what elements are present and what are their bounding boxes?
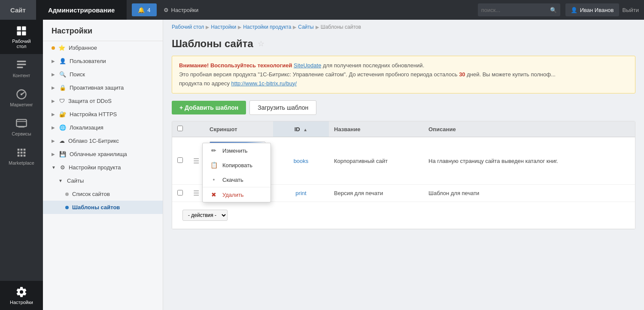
warning-body: Это пробная версия продукта "1С-Битрикс:…	[179, 71, 459, 78]
row2-desc: Шаблон для печати	[423, 185, 635, 202]
context-menu-download-label: Скачать	[222, 177, 243, 183]
main-content: Рабочий стол ▶ Настройки ▶ Настройки про…	[163, 20, 644, 310]
users-icon: 👤	[59, 58, 66, 64]
sidebar-item-users-label: Пользователи	[70, 58, 106, 64]
breadcrumb-sites[interactable]: Сайты	[298, 24, 313, 30]
breadcrumb-sep1: ▶	[206, 24, 209, 30]
select-all-checkbox[interactable]	[177, 126, 183, 131]
actions-cell: - действия -	[172, 202, 635, 229]
sidebar-item-ddos-label: Защита от DDoS	[68, 98, 112, 104]
sidebar-item-favorites-label: Избранное	[69, 45, 97, 51]
arrow-icon: ▶	[52, 72, 55, 77]
context-menu-item-copy[interactable]: 📋 Копировать	[203, 158, 270, 172]
sidebar-icon-content-label: Контент	[13, 73, 30, 78]
search-box: 🔍	[478, 3, 560, 16]
breadcrumb-dashboard[interactable]: Рабочий стол	[172, 24, 204, 30]
sidebar-item-product-label: Настройки продукта	[69, 164, 121, 171]
svg-rect-6	[17, 67, 23, 69]
sidebar-item-search-label: Поиск	[70, 71, 85, 78]
row1-checkbox[interactable]	[177, 157, 183, 163]
sidebar-item-site-list[interactable]: Список сайтов	[43, 187, 163, 201]
https-icon: 🔐	[59, 111, 66, 117]
row2-name: Версия для печати	[329, 185, 423, 202]
sidebar-item-https[interactable]: ▶ 🔐 Настройка HTTPS	[43, 108, 163, 121]
sidebar-icon-services-label: Сервисы	[12, 131, 31, 136]
favorite-star-icon[interactable]: ☆	[258, 39, 264, 48]
breadcrumb-settings[interactable]: Настройки	[211, 24, 236, 30]
sidebar-item-search[interactable]: ▶ 🔍 Поиск	[43, 68, 163, 81]
breadcrumb-product-settings[interactable]: Настройки продукта	[243, 24, 291, 30]
context-menu: ✏ Изменить 📋 Копировать • Скачать ✖ Удал…	[202, 143, 271, 202]
context-menu-item-download[interactable]: • Скачать	[203, 172, 270, 187]
actions-select[interactable]: - действия -	[182, 210, 228, 221]
arrow-icon: ▶	[52, 112, 55, 117]
breadcrumb-site-templates: Шаблоны сайтов	[321, 24, 361, 30]
sidebar-item-ddos[interactable]: ▶ 🛡 Защита от DDoS	[43, 94, 163, 108]
storage-icon: 💾	[59, 151, 66, 157]
sidebar-icon-marketplace[interactable]: Marketplace	[0, 141, 43, 171]
sidebar-item-proactive[interactable]: ▶ 🔒 Проактивная защита	[43, 81, 163, 94]
sidebar-icon-marketplace-label: Marketplace	[9, 160, 34, 166]
sidebar-item-site-list-label: Список сайтов	[72, 191, 110, 197]
settings-nav-button[interactable]: ⚙ Настройки	[157, 3, 206, 16]
svg-rect-9	[16, 120, 26, 126]
edit-icon: ✏	[210, 147, 218, 154]
row1-id-link[interactable]: books	[294, 158, 309, 164]
row2-checkbox[interactable]	[177, 190, 183, 196]
svg-rect-4	[17, 61, 26, 63]
sidebar-item-cloud[interactable]: ▶ ☁ Облако 1С-Битрикс	[43, 134, 163, 147]
sidebar-icon-dashboard[interactable]: Рабочийстол	[0, 20, 43, 54]
sidebar-item-product[interactable]: ▼ ⚙ Настройки продукта	[43, 161, 163, 174]
sidebar-item-users[interactable]: ▶ 👤 Пользователи	[43, 54, 163, 68]
drag-handle-icon[interactable]: ☰	[193, 157, 199, 165]
context-menu-item-edit[interactable]: ✏ Изменить	[203, 143, 270, 158]
tab-admin[interactable]: Администрирование	[36, 0, 127, 20]
table-actions-row: - действия -	[172, 202, 635, 229]
sidebar-item-site-templates[interactable]: Шаблоны сайтов	[43, 201, 163, 214]
sidebar-icon-settings[interactable]: Настройки	[0, 281, 43, 310]
col-header-id[interactable]: ID ▲	[273, 121, 329, 137]
add-template-button[interactable]: + Добавить шаблон	[172, 101, 246, 114]
sidebar-item-storage[interactable]: ▶ 💾 Облачные хранилища	[43, 147, 163, 161]
row1-name: Корпоративный сайт	[329, 137, 423, 185]
sidebar-item-favorites[interactable]: ⭐ Избранное	[43, 41, 163, 54]
col-header-name: Название	[329, 121, 423, 137]
sidebar-icon-dashboard-label: Рабочийстол	[12, 39, 30, 49]
sidebar-item-locale[interactable]: ▶ 🌐 Локализация	[43, 121, 163, 134]
warning-body-mid: дней. Вы можете купить полноф...	[467, 71, 556, 78]
page-title: Шаблоны сайта	[172, 38, 253, 50]
cloud-icon: ☁	[59, 138, 65, 144]
arrow-icon: ▶	[52, 152, 55, 157]
product-icon: ⚙	[60, 164, 65, 171]
drag-handle-icon[interactable]: ☰	[193, 190, 199, 197]
user-icon: 👤	[571, 7, 577, 13]
warning-buy-link[interactable]: http://www.1c-bitrix.ru/buy/	[231, 80, 297, 87]
warning-prefix: Внимание! Воспользуйтесь технологией	[179, 62, 294, 69]
locale-icon: 🌐	[59, 124, 66, 131]
svg-rect-0	[17, 27, 21, 30]
tab-site[interactable]: Сайт	[0, 0, 36, 20]
warning-link[interactable]: SiteUpdate	[294, 62, 321, 69]
sidebar-item-sites[interactable]: ▼ Сайты	[43, 174, 163, 187]
sidebar-icon-services[interactable]: Сервисы	[0, 112, 43, 141]
upload-template-button[interactable]: Загрузить шаблон	[249, 100, 316, 115]
sidebar-icon-content[interactable]: Контент	[0, 54, 43, 83]
row1-id: books	[273, 137, 329, 185]
user-name: Иван Иванов	[580, 7, 614, 13]
gear-icon: ⚙	[164, 7, 169, 13]
sidebar-item-https-label: Настройка HTTPS	[70, 111, 117, 117]
user-button[interactable]: 👤 Иван Иванов	[565, 3, 619, 16]
sidebar-icon-marketing-label: Маркетинг	[10, 102, 33, 107]
settings-nav-label: Настройки	[171, 7, 199, 13]
context-menu-item-delete[interactable]: ✖ Удалить	[203, 187, 270, 202]
row1-check	[172, 137, 188, 185]
sidebar-icon-marketing[interactable]: Маркетинг	[0, 83, 43, 112]
sidebar-title: Настройки	[43, 20, 163, 41]
arrow-icon: ▶	[52, 138, 55, 143]
search-input[interactable]	[481, 7, 550, 13]
svg-rect-10	[18, 126, 24, 127]
notifications-button[interactable]: 🔔 4	[132, 3, 156, 16]
logout-button[interactable]: Выйти	[623, 7, 644, 13]
col-header-desc: Описание	[423, 121, 635, 137]
row2-id-link[interactable]: print	[295, 190, 306, 196]
